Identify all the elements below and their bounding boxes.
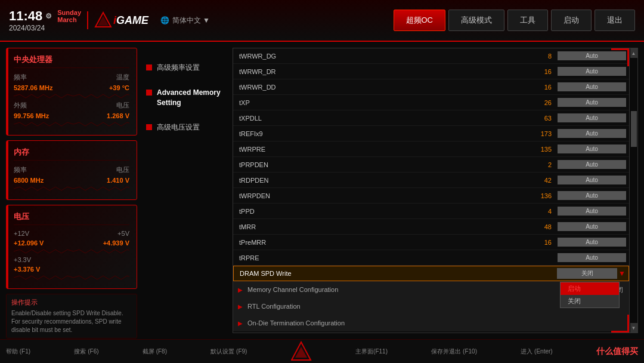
bottom-enter[interactable]: 进入 (Enter): [521, 347, 552, 356]
brand-text: 什么值得买: [596, 346, 638, 357]
setting-row-tRDPDEN: tRDPDEN 42 Auto: [233, 173, 629, 188]
scroll-down-button[interactable]: ▼: [630, 323, 637, 333]
dropdown-option-disable[interactable]: 关闭: [561, 295, 619, 307]
bottom-search[interactable]: 搜索 (F6): [74, 347, 98, 356]
setting-row-tWRWR_DG: tWRWR_DG 8 Auto: [233, 48, 629, 64]
auto-badge-7[interactable]: Auto: [558, 160, 626, 169]
brand-section: 什么值得买: [596, 346, 638, 357]
scrollbar[interactable]: ▲ ▼: [629, 48, 637, 333]
dropdown-arrow-icon[interactable]: ▼: [618, 269, 626, 278]
nav-tools-button[interactable]: 工具: [507, 10, 548, 31]
auto-badge-8[interactable]: Auto: [558, 176, 626, 184]
gear-icon: ⚙: [45, 12, 52, 20]
cpu-freq-row: 频率 温度: [14, 73, 129, 82]
setting-name-tXPDLL: tXPDLL: [233, 115, 522, 122]
menu-item-voltage[interactable]: 高级电压设置: [143, 119, 227, 136]
cpu-ext-value-row: 99.756 MHz 1.268 V: [14, 112, 129, 119]
setting-control-tREFIx9: Auto: [558, 129, 629, 138]
setting-row-tPreMRR: tPreMRR 16 Auto: [233, 235, 629, 250]
memory-voltage-value: 1.410 V: [107, 177, 129, 184]
bottom-bar: 帮助 (F1) 搜索 (F6) 截屏 (F8) 默认设置 (F9) 主界面(F1…: [0, 339, 644, 363]
wave-divider-4: [14, 249, 129, 254]
memory-freq-value: 6800 MHz: [14, 177, 44, 184]
section-odt[interactable]: ▶ On-Die Termination Configuration: [233, 315, 629, 331]
auto-badge-12[interactable]: Auto: [558, 238, 626, 247]
setting-name-tPreMRR: tPreMRR: [233, 239, 522, 246]
auto-badge-9[interactable]: Auto: [558, 191, 626, 200]
auto-badge-11[interactable]: Auto: [558, 222, 626, 231]
bottom-default[interactable]: 默认设置 (F9): [210, 347, 247, 356]
notice-section: 操作提示 Enable/Disable setting SPD Write Di…: [6, 294, 137, 339]
menu-dot-memory: [146, 90, 152, 96]
bottom-help[interactable]: 帮助 (F1): [6, 347, 30, 356]
bottom-save-exit[interactable]: 保存并退出 (F10): [431, 347, 477, 356]
auto-badge-5[interactable]: Auto: [558, 129, 626, 138]
v33-label: +3.3V: [14, 256, 31, 263]
menu-item-freq[interactable]: 高级频率设置: [143, 60, 227, 76]
language-label: 简体中文: [172, 16, 201, 26]
wave-divider-1: [14, 94, 129, 99]
menu-dot-freq: [146, 64, 152, 70]
auto-badge-6[interactable]: Auto: [558, 144, 626, 153]
menu-label-memory: Advanced Memory Setting: [157, 88, 224, 108]
bottom-mainscreen[interactable]: 主界面(F11): [355, 347, 388, 356]
memory-freq-row: 频率 电压: [14, 165, 129, 174]
voltage-12-row: +12V +5V: [14, 230, 129, 237]
setting-control-tWRPRE: Auto: [558, 144, 629, 153]
setting-control-tXP: Auto: [558, 98, 629, 107]
bottom-key-screenshot: 截屏 (F8): [143, 347, 167, 356]
setting-value-tREFIx9: 173: [522, 130, 558, 137]
setting-row-tWRPRE: tWRPRE 135 Auto: [233, 141, 629, 157]
setting-value-tWRWR_DD: 16: [522, 84, 558, 91]
menu-label-freq: 高级频率设置: [157, 63, 200, 73]
nav-boot-button[interactable]: 启动: [551, 10, 592, 31]
auto-badge-1[interactable]: Auto: [558, 67, 626, 76]
voltage-33-value-row: +3.376 V: [14, 266, 129, 273]
setting-row-tWRPDEN: tWRPDEN 136 Auto: [233, 188, 629, 204]
setting-control-tPRPDEN: Auto: [558, 160, 629, 169]
section-arrow-3: ▶: [238, 320, 243, 327]
cpu-voltage-label: 电压: [116, 101, 129, 110]
left-panel: 中央处理器 频率 温度 5287.06 MHz +39 °C 外频 电压 99.…: [6, 48, 137, 333]
auto-badge-10[interactable]: Auto: [558, 207, 626, 216]
menu-item-memory[interactable]: Advanced Memory Setting: [143, 85, 227, 111]
setting-name-dram-spd: DRAM SPD Write: [234, 270, 521, 277]
dram-spd-close-badge[interactable]: 关闭: [557, 268, 617, 279]
voltage-card: 电压 +12V +5V +12.096 V +4.939 V +3.3V +3.…: [6, 205, 137, 289]
dropdown-option-enable[interactable]: 启动: [561, 282, 619, 295]
scroll-up-button[interactable]: ▲: [630, 48, 637, 58]
bottom-screenshot[interactable]: 截屏 (F8): [143, 347, 167, 356]
setting-name-tREFIx9: tREFIx9: [233, 130, 522, 137]
setting-value-tPRPDEN: 2: [522, 161, 558, 168]
bottom-deco: [611, 331, 629, 333]
section-label-memory-channel: Memory Channel Configuration: [247, 286, 338, 293]
nav-exit-button[interactable]: 退出: [595, 10, 635, 31]
notice-text: Enable/Disable setting SPD Write Disable…: [11, 309, 132, 334]
setting-control-tWRWR_DG: Auto: [558, 51, 629, 60]
auto-badge-2[interactable]: Auto: [558, 82, 626, 91]
menu-label-voltage: 高级电压设置: [157, 122, 200, 133]
auto-badge-3[interactable]: Auto: [558, 98, 626, 107]
cpu-temp-label: 温度: [116, 73, 129, 82]
setting-name-tWRPRE: tWRPRE: [233, 146, 522, 153]
setting-row-tPPD: tPPD 4 Auto: [233, 204, 629, 219]
scroll-thumb[interactable]: [631, 111, 637, 147]
section-arrow-1: ▶: [238, 287, 243, 293]
center-triangle-icon: [291, 341, 312, 362]
voltage-card-title: 电压: [14, 211, 129, 225]
menu-dot-voltage: [146, 124, 152, 130]
setting-name-tPRPDEN: tPRPDEN: [233, 161, 522, 168]
memory-card: 内存 频率 电压 6800 MHz 1.410 V: [6, 140, 137, 200]
voltage-33-row: +3.3V: [14, 256, 129, 263]
auto-badge-4[interactable]: Auto: [558, 113, 626, 122]
auto-badge-0[interactable]: Auto: [558, 51, 626, 60]
cpu-temp-value: +39 °C: [109, 84, 129, 91]
clock-time: 11:48 ⚙ Sunday March: [9, 8, 81, 24]
spd-dropdown: 启动 关闭: [560, 282, 620, 308]
setting-name-tRDPDEN: tRDPDEN: [233, 177, 522, 184]
setting-row-tRPRE: tRPRE Auto: [233, 250, 629, 266]
nav-overclock-button[interactable]: 超频OC: [394, 10, 446, 31]
scroll-track: [631, 58, 637, 323]
nav-advanced-button[interactable]: 高级模式: [448, 10, 504, 31]
auto-badge-13[interactable]: Auto: [558, 253, 626, 262]
